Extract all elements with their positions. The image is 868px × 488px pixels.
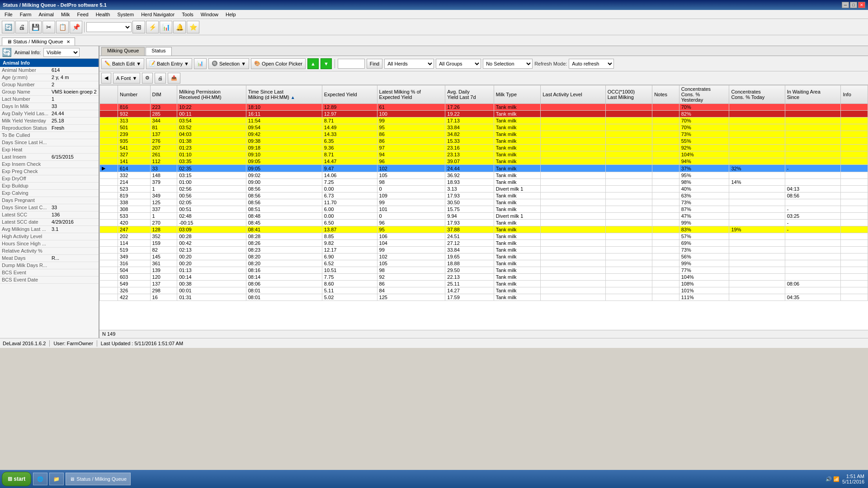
grid-button[interactable]: ⊞ (132, 21, 145, 33)
col-occ[interactable]: OCC(*1000)Last Milking (605, 85, 652, 104)
alarm-button[interactable]: 🔔 (173, 21, 186, 33)
col-permission[interactable]: Milking PermissionReceived (HH:MM) (177, 85, 246, 104)
print2-button[interactable]: 🖨 (155, 73, 166, 84)
herd-dropdown[interactable]: All Herds (384, 59, 434, 69)
menu-herd-navigator[interactable]: Herd Navigator (138, 11, 177, 18)
export-button[interactable]: 📤 (168, 73, 180, 84)
filter2-button[interactable]: ⚙ (142, 73, 153, 84)
menu-feed[interactable]: Feed (75, 11, 91, 18)
save-button[interactable]: 💾 (29, 21, 42, 33)
table-row[interactable]: 523102:5608:560.0003.13Divert milk 140%0… (100, 186, 868, 192)
paste-button[interactable]: 📌 (70, 21, 82, 33)
nav-back-button[interactable]: ◀ (101, 73, 111, 84)
selection-button[interactable]: 🔘 Selection ▼ (208, 58, 249, 69)
table-row[interactable]: 30833700:5108:516.0010115.75Tank milk87%… (100, 206, 868, 213)
table-row[interactable]: 533102:4808:480.0009.94Divert milk 147%0… (100, 213, 868, 220)
up-arrow-button[interactable]: ▲ (307, 58, 319, 69)
table-row[interactable]: 93228500:1116:1112.9710019.22Tank milk82… (100, 111, 868, 117)
batch-edit-button[interactable]: ✏️ Batch Edit ▼ (101, 58, 144, 69)
table-row[interactable]: 31334403:5411:548.719917.13Tank milk70% (100, 117, 868, 124)
refresh-mode-dropdown[interactable]: Auto refresh (569, 59, 614, 69)
table-row[interactable]: 420270-00:1508:456.509617.93Tank milk99%… (100, 220, 868, 226)
table-row[interactable]: 33812502:0508:5611.709930.50Tank milk73% (100, 199, 868, 206)
table-row[interactable]: 5198202:1308:2312.179933.84Tank milk73% (100, 247, 868, 253)
menu-window[interactable]: Window (198, 11, 221, 18)
col-notes[interactable]: Notes (652, 85, 679, 104)
menu-health[interactable]: Health (93, 11, 113, 18)
col-waiting-since[interactable]: In Waiting AreaSince (785, 85, 841, 104)
table-row[interactable]: 24712803:0908:4113.879537.88Tank milk83%… (100, 226, 868, 233)
col-time-since[interactable]: Time Since LastMilking (d HH:MM) ▲ (246, 85, 322, 104)
batch-entry-button[interactable]: 📝 Batch Entry ▼ (146, 58, 192, 69)
menu-help[interactable]: Help (223, 11, 239, 18)
col-exp-yield[interactable]: Expected Yield (322, 85, 377, 104)
back-button[interactable]: 🔄 (2, 21, 14, 33)
tab-status-milking-queue[interactable]: 🖥 Status / Milking Queue ✕ (2, 38, 75, 46)
close-button[interactable]: ✕ (858, 2, 865, 8)
menu-system[interactable]: System (114, 11, 137, 18)
minimize-button[interactable]: ─ (842, 2, 849, 8)
col-last-activity[interactable]: Last Activity Level (541, 85, 606, 104)
color-picker-button[interactable]: 🎨 Open Color Picker (251, 58, 306, 69)
col-avg-daily[interactable]: Avg. DailyYield Last 7d (445, 85, 494, 104)
menu-animal[interactable]: Animal (36, 11, 57, 18)
font-button[interactable]: A Font ▼ (113, 73, 140, 84)
table-row[interactable]: 54120701:2309:189.369723.16Tank milk92% (100, 145, 868, 151)
table-row[interactable]: ▶6143302:3509:059.4710224.44Tank milk37%… (100, 165, 868, 172)
table-row[interactable]: 21437901:0009:007.259818.93Tank milk98%1… (100, 179, 868, 186)
table-row[interactable]: 23913704:0309:4214.338634.82Tank milk73% (100, 131, 868, 138)
table-row[interactable]: 34914500:2008:206.9010219.65Tank milk56% (100, 253, 868, 260)
table-row[interactable]: 31636100:2008:206.5210518.88Tank milk99% (100, 260, 868, 267)
selection-dropdown[interactable]: No Selection (483, 59, 533, 69)
tab-close-button[interactable]: ✕ (66, 39, 70, 44)
cell-consToday (729, 124, 785, 131)
table-row[interactable]: 93527601:3809:386.358615.33Tank milk55% (100, 138, 868, 145)
col-info[interactable]: Info (841, 85, 868, 104)
col-dim[interactable]: DIM (150, 85, 177, 104)
group-dropdown[interactable]: All Groups (436, 59, 481, 69)
menu-farm[interactable]: Farm (17, 11, 34, 18)
chart-button[interactable]: 📊 (160, 21, 172, 33)
table-row[interactable]: 50413901:1308:1610.519829.50Tank milk77% (100, 267, 868, 274)
excel-button[interactable]: 📊 (194, 58, 207, 69)
copy-button[interactable]: 📋 (56, 21, 69, 33)
col-milk-type[interactable]: Milk Type (494, 85, 540, 104)
print-button[interactable]: 🖨 (15, 21, 28, 33)
table-row[interactable]: 81622310:2218:1012.896117.26Tank milk70% (100, 104, 868, 111)
col-number[interactable]: Number (118, 85, 151, 104)
find-button[interactable]: Find (367, 59, 382, 69)
table-row[interactable]: 11415900:4208:269.8210427.12Tank milk69% (100, 240, 868, 247)
milking-table-container[interactable]: Number DIM Milking PermissionReceived (H… (99, 85, 868, 330)
view-combo[interactable] (86, 22, 132, 32)
menu-milk[interactable]: Milk (58, 11, 73, 18)
table-row[interactable]: 14111203:3509:0514.479639.07Tank milk94% (100, 158, 868, 165)
table-row[interactable]: 20235200:2808:288.8510624.51Tank milk57% (100, 233, 868, 240)
menu-tools[interactable]: Tools (179, 11, 196, 18)
info-row-repro-status: Reproduction Status Fresh (0, 125, 99, 132)
tab-status[interactable]: Status (146, 47, 171, 56)
animal-info-combo[interactable]: Visible (43, 48, 80, 57)
table-row[interactable]: 5018103:5209:5414.499533.84Tank milk70% (100, 124, 868, 131)
menu-file[interactable]: File (2, 11, 15, 18)
table-row[interactable]: 60312000:1408:147.759222.13Tank milk104% (100, 274, 868, 281)
cell-info (841, 267, 868, 274)
cell-dim: 276 (150, 138, 177, 145)
tab-milking-queue[interactable]: Milking Queue (101, 47, 145, 56)
col-cons-yest[interactable]: ConcentratesCons. %Yesterday (679, 85, 729, 104)
table-row[interactable]: 32629800:0108:015.118414.27Tank milk101% (100, 287, 868, 294)
table-row[interactable]: 32726101:1009:108.719423.13Tank milk104% (100, 151, 868, 158)
table-row[interactable]: 4221601:3108:015.0212517.59Tank milk111%… (100, 294, 868, 301)
table-row[interactable]: 54913700:3808:068.608625.11Tank milk108%… (100, 281, 868, 287)
filter-button[interactable]: ⚡ (146, 21, 159, 33)
col-latest-milk-pct[interactable]: Latest Milking % ofExpected Yield (377, 85, 445, 104)
table-row[interactable]: 33214803:1509:0214.0610536.92Tank milk95… (100, 172, 868, 179)
down-arrow-button[interactable]: ▼ (321, 58, 332, 69)
col-cons-today[interactable]: ConcentratesCons. % Today (729, 85, 785, 104)
refresh-icon[interactable]: 🔄 (2, 47, 12, 57)
star-button[interactable]: ⭐ (187, 21, 199, 33)
cut-button[interactable]: ✂ (42, 21, 55, 33)
table-row[interactable]: 81934900:5608:566.7310917.93Tank milk63%… (100, 192, 868, 199)
find-input[interactable] (338, 59, 365, 69)
maximize-button[interactable]: □ (850, 2, 857, 8)
cell-expand (100, 199, 118, 206)
